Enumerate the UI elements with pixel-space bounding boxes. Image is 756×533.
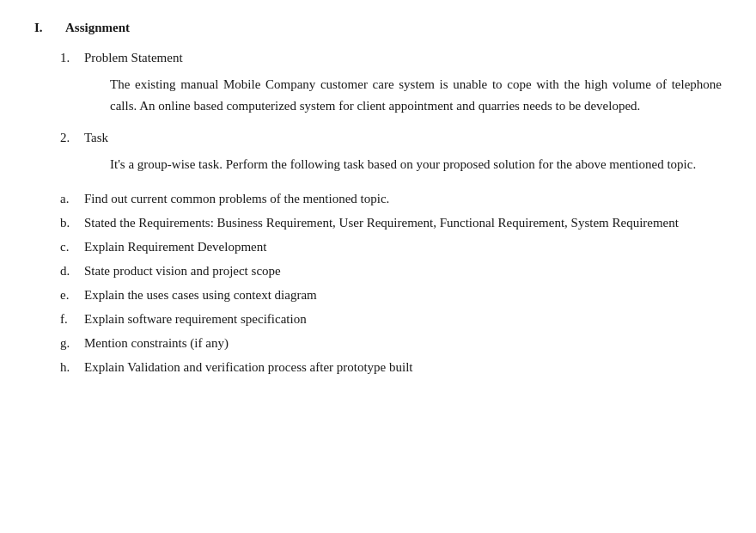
alpha-label-a: a.: [60, 188, 84, 209]
alpha-item-e: e. Explain the uses cases using context …: [60, 285, 722, 305]
list-label-2: Task: [84, 131, 108, 145]
alpha-label-e: e.: [60, 285, 84, 305]
task-para: It's a group-wise task. Perform the foll…: [110, 154, 722, 175]
section-title: Assignment: [65, 21, 130, 35]
alpha-item-f: f. Explain software requirement specific…: [60, 309, 722, 329]
alpha-item-h: h. Explain Validation and verification p…: [60, 357, 722, 377]
alpha-text-d: State product vision and project scope: [84, 260, 281, 281]
alpha-text-g: Mention constraints (if any): [84, 333, 229, 353]
section-header: I. Assignment: [34, 21, 722, 35]
list-item-2: 2. Task: [60, 131, 722, 145]
alpha-text-a: Find out current common problems of the …: [84, 188, 389, 209]
problem-statement-para: The existing manual Mobile Company custo…: [110, 74, 722, 117]
numbered-list: 1. Problem Statement The existing manual…: [60, 51, 722, 175]
alpha-label-h: h.: [60, 357, 84, 377]
alpha-label-b: b.: [60, 212, 84, 233]
alpha-item-d: d. State product vision and project scop…: [60, 260, 722, 281]
alpha-item-g: g. Mention constraints (if any): [60, 333, 722, 353]
alpha-list: a. Find out current common problems of t…: [60, 188, 722, 377]
document-content: I. Assignment 1. Problem Statement The e…: [34, 21, 722, 377]
alpha-label-g: g.: [60, 333, 84, 353]
alpha-text-c: Explain Requirement Development: [84, 236, 266, 257]
list-label-1: Problem Statement: [84, 51, 183, 65]
list-item-1: 1. Problem Statement: [60, 51, 722, 65]
alpha-label-d: d.: [60, 260, 84, 281]
section-number: I.: [34, 21, 65, 35]
list-num-2: 2.: [60, 131, 84, 145]
list-num-1: 1.: [60, 51, 84, 65]
alpha-label-c: c.: [60, 236, 84, 257]
alpha-text-e: Explain the uses cases using context dia…: [84, 285, 317, 305]
alpha-label-f: f.: [60, 309, 84, 329]
alpha-item-c: c. Explain Requirement Development: [60, 236, 722, 257]
alpha-text-b: Stated the Requirements: Business Requir…: [84, 212, 679, 233]
alpha-item-a: a. Find out current common problems of t…: [60, 188, 722, 209]
alpha-item-b: b. Stated the Requirements: Business Req…: [60, 212, 722, 233]
alpha-text-f: Explain software requirement specificati…: [84, 309, 307, 329]
alpha-text-h: Explain Validation and verification proc…: [84, 357, 413, 377]
